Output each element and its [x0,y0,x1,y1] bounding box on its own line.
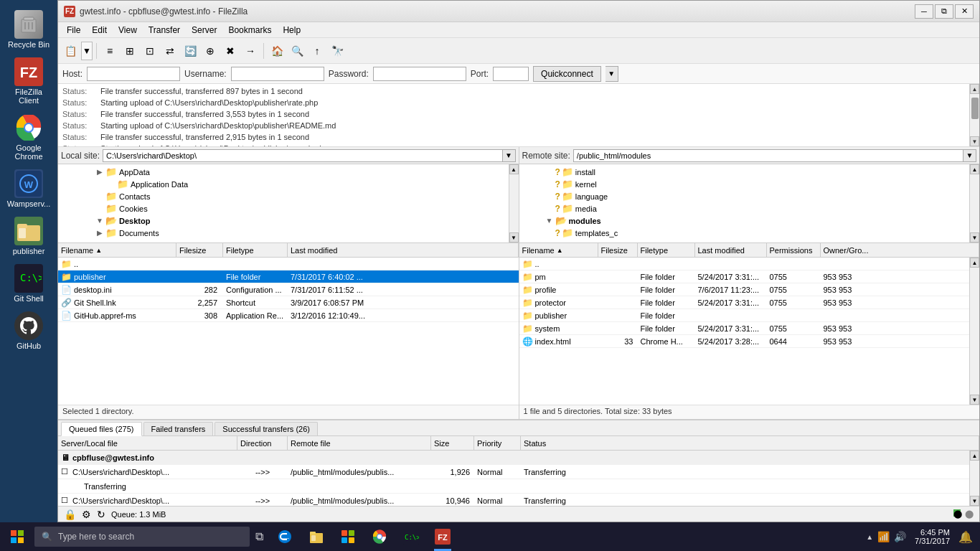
local-row-desktop-ini[interactable]: 📄 desktop.ini 282 Configuration ... 7/31… [58,283,519,296]
host-input[interactable] [87,67,180,81]
local-row-git-shell[interactable]: 🔗 Git Shell.lnk 2,257 Shortcut 3/9/2017 … [58,296,519,309]
remote-row-index[interactable]: 🌐 index.html 33 Chrome H... 5/24/2017 3:… [519,335,980,348]
quickconnect-button[interactable]: Quickconnect [533,66,601,82]
local-row-github[interactable]: 📄 GitHub.appref-ms 308 Application Re...… [58,309,519,322]
local-tree-scroll-track[interactable] [509,174,519,232]
remote-col-permissions[interactable]: Permissions [767,243,821,257]
remote-list-scroll-up[interactable]: ▲ [970,258,979,268]
tree-toggle-documents[interactable]: ▶ [94,229,105,237]
menu-transfer[interactable]: Transfer [143,24,186,37]
queue-scroll-up[interactable]: ▲ [970,451,979,461]
remote-list-scroll-down[interactable]: ▼ [970,395,979,405]
remote-row-publisher[interactable]: 📁 publisher File folder [519,309,980,322]
queue-server-row[interactable]: 🖥 cpbfluse@gwtest.info [58,451,979,465]
remote-col-filetype[interactable]: Filetype [638,243,695,257]
taskbar-time[interactable]: 6:45 PM 7/31/2017 [915,528,950,545]
queue-transfer-row-2[interactable]: ☐ C:\Users\richard\Desktop\... -->> /pub… [58,494,979,506]
queue-col-size[interactable]: Size [431,436,474,450]
remote-row-pm[interactable]: 📁 pm File folder 5/24/2017 3:31:... 0755… [519,270,980,283]
tree-item-desktop[interactable]: ▼ 📂 Desktop [60,215,517,227]
menu-help[interactable]: Help [277,24,306,37]
remote-tree-scrollbar[interactable]: ▲ ▼ [969,164,979,242]
taskbar-explorer[interactable] [301,522,332,551]
password-input[interactable] [373,67,466,81]
toolbar-sitemanager[interactable]: 🏠 [268,42,286,60]
task-view-button[interactable]: ⧉ [255,530,263,543]
network-icon[interactable]: 📶 [877,531,890,542]
remote-list-scrollbar[interactable]: ▲ ▼ [969,258,979,405]
restore-button[interactable]: ⧉ [935,4,953,19]
remote-tree-scroll-down[interactable]: ▼ [970,232,979,242]
taskbar-filezilla-tb[interactable]: FZ [427,522,458,551]
taskbar-search[interactable]: 🔍 Type here to search [34,527,250,547]
remote-tree-kernel[interactable]: ? 📁 kernel [521,178,979,190]
remote-tree[interactable]: ? 📁 install ? 📁 kernel ? 📁 language [519,164,980,243]
start-button[interactable] [0,522,34,551]
desktop-icon-publisher[interactable]: publisher [3,214,55,258]
queue-scroll-down[interactable]: ▼ [970,496,979,506]
queue-checkbox-2[interactable]: ☐ [61,496,72,505]
volume-icon[interactable]: 🔊 [894,531,906,542]
remote-col-modified[interactable]: Last modified [695,243,767,257]
taskbar-up-arrow[interactable]: ▲ [866,533,873,541]
queue-col-server[interactable]: Server/Local file [58,436,237,450]
remote-col-filesize[interactable]: Filesize [598,243,638,257]
remote-tree-scroll-track[interactable] [970,174,979,232]
menu-edit[interactable]: Edit [86,24,113,37]
queue-col-priority[interactable]: Priority [474,436,521,450]
toolbar-btn-4[interactable]: ⇄ [161,42,179,60]
toolbar-btn-3[interactable]: ⊡ [141,42,159,60]
local-tree-scroll-down[interactable]: ▼ [509,232,519,242]
notification-icon[interactable]: 🔔 [958,530,973,544]
remote-path-input[interactable] [573,149,963,162]
queue-col-direction[interactable]: Direction [237,436,288,450]
remote-path-dropdown[interactable]: ▼ [963,149,976,162]
status-scrollbar[interactable]: ▲ ▼ [969,84,979,146]
port-input[interactable] [493,67,529,81]
desktop-icon-recycle-bin[interactable]: Recycle Bin [3,7,55,52]
tree-toggle-appdata[interactable]: ▶ [94,168,105,176]
remote-tree-modules[interactable]: ▼ 📂 modules [521,215,979,227]
remote-tree-install[interactable]: ? 📁 install [521,166,979,178]
close-button[interactable]: ✕ [955,4,974,19]
status-scroll-track[interactable] [970,94,979,136]
toolbar-search[interactable]: 🔍 [288,42,306,60]
remote-tree-language[interactable]: ? 📁 language [521,190,979,202]
tree-item-appdata2[interactable]: 📁 Application Data [60,178,517,190]
status-scroll-down[interactable]: ▼ [970,136,979,146]
menu-file[interactable]: File [61,24,86,37]
queue-scrollbar[interactable]: ▲ ▼ [969,451,979,506]
desktop-icon-wamp[interactable]: W Wampserv... [3,166,55,211]
toolbar-btn-5[interactable]: ⊕ [201,42,220,60]
queue-col-status[interactable]: Status [521,436,979,450]
taskbar-chrome-tb[interactable] [364,522,395,551]
remote-toggle-modules[interactable]: ▼ [544,217,555,225]
local-row-publisher[interactable]: 📁 publisher File folder 7/31/2017 6:40:0… [58,270,519,283]
remote-row-protector[interactable]: 📁 protector File folder 5/24/2017 3:31:.… [519,296,980,309]
tree-item-appdata[interactable]: ▶ 📁 AppData [60,166,517,178]
queue-tab-queued[interactable]: Queued files (275) [61,422,142,436]
local-row-parent[interactable]: 📁 .. [58,258,519,270]
status-scroll-up[interactable]: ▲ [970,84,979,94]
tree-toggle-desktop[interactable]: ▼ [94,217,105,225]
toolbar-btn-6[interactable]: → [241,42,260,60]
taskbar-store[interactable] [332,522,364,551]
toolbar-btn-8[interactable]: 🔭 [328,42,347,60]
tree-item-cookies[interactable]: 📁 Cookies [60,202,517,215]
toolbar-refresh[interactable]: 🔄 [181,42,199,60]
queue-col-remote[interactable]: Remote file [288,436,431,450]
queue-tab-failed[interactable]: Failed transfers [143,422,214,435]
remote-col-filename[interactable]: Filename ▲ [519,243,598,257]
remote-tree-templates[interactable]: ? 📁 templates_c [521,227,979,239]
desktop-icon-chrome[interactable]: Google Chrome [3,110,55,164]
remote-row-parent[interactable]: 📁 .. [519,258,980,270]
local-path-dropdown[interactable]: ▼ [503,149,516,162]
quickconnect-dropdown[interactable]: ▼ [606,66,618,82]
remote-list-scroll-track[interactable] [970,268,979,395]
queue-scroll-track[interactable] [970,461,979,496]
local-tree-scroll-up[interactable]: ▲ [509,164,519,174]
local-tree-scrollbar[interactable]: ▲ ▼ [509,164,519,242]
local-path-input[interactable] [103,149,502,162]
menu-server[interactable]: Server [186,24,222,37]
local-col-filetype[interactable]: Filetype [223,243,288,257]
